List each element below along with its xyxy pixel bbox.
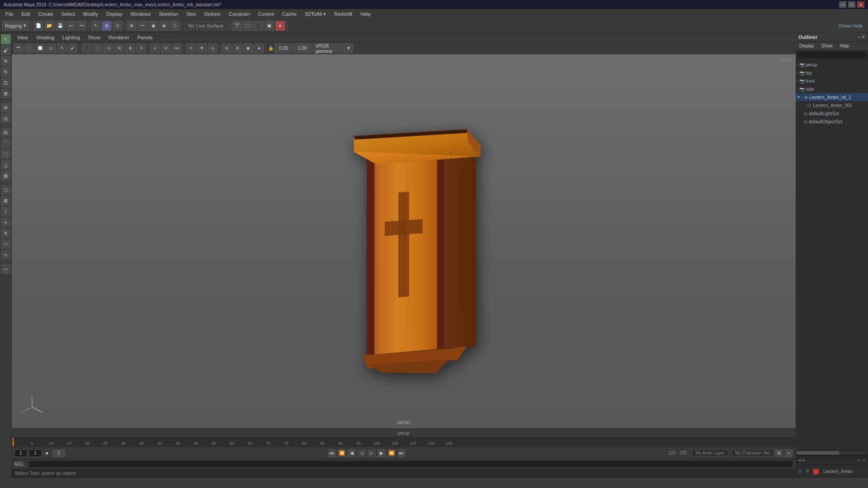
vp-aa-btn[interactable]: Aa [172,43,182,53]
menu-cache[interactable]: Cache [278,10,300,18]
vp-brush-btn[interactable]: 🖌 [68,43,78,53]
soft-mod-btn[interactable]: ⊚ [1,103,11,113]
menu-redshift[interactable]: Redshift [330,10,356,18]
snap-view-btn[interactable]: ◈ [159,21,169,31]
menu-file[interactable]: File [2,10,17,18]
menu-display[interactable]: Display [103,10,126,18]
rotate-tool-btn[interactable]: ↻ [1,67,11,77]
vp-shade-4[interactable]: ⊞ [114,43,124,53]
outliner-item-front[interactable]: ▪ 📷 front [796,77,868,85]
vp-menu-lighting[interactable]: Lighting [59,34,84,41]
mel-input[interactable] [28,460,793,468]
vp-n2-btn[interactable]: ⊞ [232,43,242,53]
vp-menu-view[interactable]: View [14,34,32,41]
menu-select[interactable]: Select [58,10,79,18]
vp-val2-input[interactable]: 1.00 [293,43,311,53]
layer-color-swatch[interactable] [813,469,819,474]
poly-btn[interactable]: △ [1,160,11,170]
paint-btn[interactable]: 🖌 [1,45,11,55]
snap-surface-btn[interactable]: ◇ [170,21,180,31]
render3-btn[interactable]: ⬛ [254,21,264,31]
surface-btn[interactable]: ⬚ [1,149,11,159]
menu-3dtoall[interactable]: 3DToAll ▾ [301,10,330,18]
vp-shade-1[interactable]: ⬛ [82,43,92,53]
vp-display-1[interactable]: ⬚ [24,43,34,53]
outliner-item-top[interactable]: ▪ 📷 top [796,69,868,77]
outliner-item-object-set[interactable]: ⊙ defaultObjectSet [796,117,868,126]
vp-cam2-btn[interactable]: ◎ [208,43,217,53]
play-fwd-btn[interactable]: ▷ [368,449,376,457]
bend-btn[interactable]: ⌇ [1,206,11,216]
render4-btn[interactable]: ▣ [264,21,274,31]
sine-btn[interactable]: ∿ [1,250,11,260]
scroll-right-btn[interactable]: ▶ [802,458,806,463]
select-all-btn[interactable]: ⊞ [102,21,112,31]
outliner-menu-help[interactable]: Help [838,43,851,49]
outliner-menu-display[interactable]: Display [797,43,816,49]
timeline-container[interactable]: 1 5 10 15 20 25 30 35 40 45 50 55 60 65 [12,437,796,446]
next-key-btn[interactable]: ⏩ [387,449,396,457]
play-back-btn[interactable]: ◁ [358,449,366,457]
menu-constrain[interactable]: Constrain [225,10,254,18]
extras-btn[interactable]: ••• [1,264,11,274]
wave-btn[interactable]: 〰 [1,239,11,249]
outliner-minimize[interactable]: ─ [858,35,861,39]
vp-joint-btn[interactable]: ✤ [197,43,207,53]
open-file-btn[interactable]: 📂 [44,21,54,31]
vp-grid-btn[interactable]: # [150,43,160,53]
maximize-button[interactable]: □ [848,1,855,8]
menu-skeleton[interactable]: Skeleton [155,10,182,18]
lasso-btn[interactable]: ⊙ [113,21,123,31]
step-fwd-btn[interactable]: ▶ [377,449,386,457]
scroll-up-btn[interactable]: ▲ [856,458,861,463]
new-file-btn[interactable]: 📄 [33,21,43,31]
vp-menu-shading[interactable]: Shading [33,34,58,41]
vp-tex-btn[interactable]: ⊠ [125,43,135,53]
outliner-hscrollbar[interactable] [796,450,868,455]
outliner-menu-show[interactable]: Show [820,43,835,49]
frame-start-input[interactable] [14,450,27,457]
menu-windows[interactable]: Windows [127,10,155,18]
select-btn[interactable]: ↖ [91,21,101,31]
close-button[interactable]: ✕ [857,1,864,8]
vp-camera-btn[interactable]: 📷 [14,43,24,53]
vp-pen-btn[interactable]: ✎ [57,43,67,53]
vp-xray-btn[interactable]: ⊙ [186,43,196,53]
vp-n3-btn[interactable]: ▣ [243,43,253,53]
anim-layer-btn[interactable]: No Anim Layer [692,450,728,456]
outliner-search-input[interactable] [797,52,866,59]
vp-val1-input[interactable]: 0.00 [274,43,292,53]
char-set-btn[interactable]: No Character Set [732,450,773,456]
scale-tool-btn[interactable]: ⊡ [1,78,11,88]
vp-menu-panels[interactable]: Panels [134,34,156,41]
menu-help[interactable]: Help [357,10,374,18]
vp-light-btn[interactable]: ☀ [136,43,146,53]
universal-tool-btn[interactable]: ⊞ [1,89,11,99]
menu-deform[interactable]: Deform [201,10,224,18]
hscroll-thumb[interactable] [797,451,839,455]
move-tool-btn[interactable]: ✛ [1,56,11,66]
outliner-item-persp[interactable]: ▪ 📷 persp [796,61,868,69]
snap-grid-btn[interactable]: ⊕ [127,21,137,31]
render-circle-btn[interactable]: ● [275,21,285,31]
frame-marker-input[interactable] [52,450,65,457]
menu-control[interactable]: Control [255,10,278,18]
viewport-3d[interactable]: persp x y z persp [12,54,796,428]
prev-key-btn[interactable]: ⏪ [338,449,346,457]
outliner-item-lectern-mesh[interactable]: └ ⬡ Lectern_Ambo_001 [796,101,868,109]
undo-btn[interactable]: ↩ [66,21,76,31]
outliner-close[interactable]: ✕ [862,35,865,39]
jump-end-btn[interactable]: ⏭ [397,449,406,457]
outliner-item-lectern-group[interactable]: ▼ □ ✳ Lectern_Ambo_ntl_1 [796,93,868,101]
outliner-item-side[interactable]: ▪ 📷 side [796,85,868,93]
select-tool-btn[interactable]: ↖ [1,34,11,44]
vp-menu-renderer[interactable]: Renderer [105,34,133,41]
flare-btn[interactable]: ⍟ [1,217,11,227]
menu-edit[interactable]: Edit [18,10,34,18]
twist-btn[interactable]: ↯ [1,228,11,238]
menu-modify[interactable]: Modify [80,10,101,18]
mode-dropdown[interactable]: Rigging ▾ [2,21,29,31]
sculpt-btn[interactable]: ◎ [1,113,11,123]
vp-menu-show[interactable]: Show [85,34,104,41]
render2-btn[interactable]: ⬚ [243,21,253,31]
